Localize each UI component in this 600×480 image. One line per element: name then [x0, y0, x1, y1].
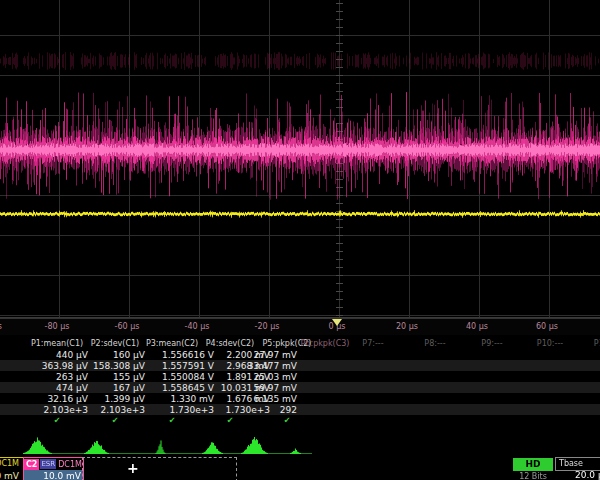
measurement-max: 167 µV — [67, 383, 145, 393]
time-axis-label: -20 µs — [255, 322, 280, 331]
status-check-icon: ✔ — [227, 416, 234, 425]
measurement-mean: 158.308 µV — [67, 361, 145, 371]
time-axis: -100 µs-80 µs-60 µs-40 µs-20 µs0 µs20 µs… — [0, 318, 600, 335]
c2-descriptor-box[interactable]: C2 ESR DC1M 10.0 mV — [23, 457, 84, 480]
param-header[interactable]: P4:sdev(C2) — [206, 339, 254, 348]
measurement-num: 292 — [219, 405, 297, 415]
measurement-min: 25.03 mV — [219, 372, 297, 382]
measurement-value: 160 µV — [67, 350, 145, 360]
status-check-icon: ✔ — [284, 416, 291, 425]
c2-scale-value: 10.0 mV — [24, 470, 83, 480]
waveform-grid-canvas — [0, 0, 600, 318]
status-check-icon: ✔ — [54, 416, 61, 425]
measurement-sdev: 6.135 mV — [219, 394, 297, 404]
cursor-annotation-box[interactable]: + — [82, 457, 237, 480]
param-header-unused[interactable]: P6:pkpk(C3) — [301, 339, 350, 348]
measure-table: P1:mean(C1)P2:sdev(C1)P3:mean(C2)P4:sdev… — [0, 338, 600, 428]
c2-descriptor-row: C2 ESR DC1M — [24, 458, 83, 470]
measurement-sdev: 1.399 µV — [67, 394, 145, 404]
status-check-icon: ✔ — [169, 416, 176, 425]
time-axis-label: 20 µs — [396, 322, 418, 331]
c2-esr-badge: ESR — [40, 459, 56, 469]
status-check-icon: ✔ — [112, 416, 119, 425]
c1-scale-value: 20.0 mV — [0, 471, 19, 480]
time-axis-label: 60 µs — [536, 322, 558, 331]
param-header[interactable]: P3:mean(C2) — [146, 339, 198, 348]
c2-coupling-label: DC1M — [58, 460, 82, 469]
time-axis-label: 40 µs — [466, 322, 488, 331]
cursor-plus-icon: + — [127, 460, 139, 476]
measurement-value: 27.97 mV — [219, 350, 297, 360]
param-header-unused[interactable]: P11:--- — [594, 339, 600, 348]
measurement-num: 2.103e+3 — [67, 405, 145, 415]
time-axis-label: -40 µs — [185, 322, 210, 331]
time-axis-label: -60 µs — [115, 322, 140, 331]
timebase-value: 20.0 µs/div — [575, 470, 600, 480]
trigger-position-marker[interactable] — [332, 319, 342, 326]
c1-coupling-label: DC1M — [0, 459, 19, 468]
parameter-histicon-strip — [0, 430, 600, 458]
measurement-max: 59.97 mV — [219, 383, 297, 393]
time-axis-label: -100 µs — [0, 322, 2, 331]
param-header[interactable]: P1:mean(C1) — [31, 339, 83, 348]
c2-channel-badge: C2 — [24, 459, 39, 470]
hd-mode-badge[interactable]: HD — [513, 458, 553, 471]
hd-bits-label: 12 Bits — [513, 472, 553, 480]
param-header[interactable]: P2:sdev(C1) — [91, 339, 139, 348]
param-header-unused[interactable]: P8:--- — [424, 339, 445, 348]
measurement-min: 155 µV — [67, 372, 145, 382]
param-header-unused[interactable]: P9:--- — [481, 339, 502, 348]
param-header-unused[interactable]: P10:--- — [537, 339, 563, 348]
time-axis-label: -80 µs — [45, 322, 70, 331]
timebase-box[interactable]: Tbase — [555, 457, 600, 471]
param-header-unused[interactable]: P7:--- — [362, 339, 383, 348]
measurement-mean: 33.477 mV — [219, 361, 297, 371]
